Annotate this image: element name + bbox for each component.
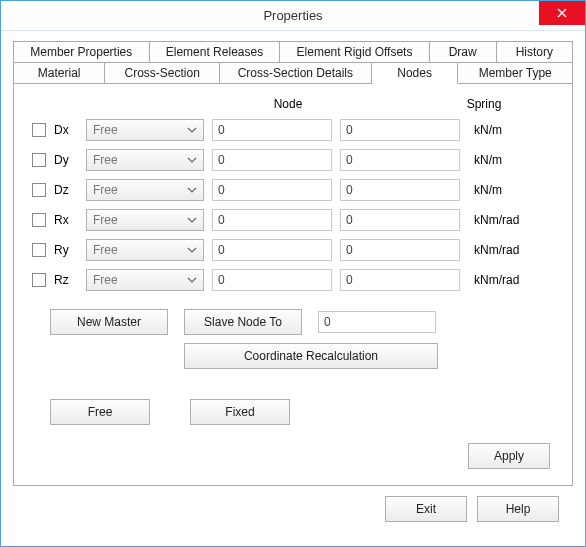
combo-value: Free xyxy=(93,213,118,227)
checkbox-ry[interactable] xyxy=(32,243,46,257)
tab-nodes[interactable]: Nodes xyxy=(372,62,459,84)
chevron-down-icon xyxy=(187,157,197,163)
coordinate-recalc-button[interactable]: Coordinate Recalculation xyxy=(184,343,438,369)
dof-label: Dz xyxy=(54,183,78,197)
node-input-rx[interactable] xyxy=(212,209,332,231)
node-input-rz[interactable] xyxy=(212,269,332,291)
combo-value: Free xyxy=(93,153,118,167)
nodes-panel: Node Spring DxFreekN/mDyFreekN/mDzFreekN… xyxy=(13,83,573,486)
checkbox-rz[interactable] xyxy=(32,273,46,287)
spring-input-rz[interactable] xyxy=(340,269,460,291)
tab-material[interactable]: Material xyxy=(13,62,105,84)
dof-label: Dx xyxy=(54,123,78,137)
titlebar: Properties xyxy=(1,1,585,31)
tab-element-releases[interactable]: Element Releases xyxy=(150,41,281,62)
exit-button[interactable]: Exit xyxy=(385,496,467,522)
node-input-dz[interactable] xyxy=(212,179,332,201)
node-input-ry[interactable] xyxy=(212,239,332,261)
close-icon xyxy=(557,8,567,18)
dof-label: Rz xyxy=(54,273,78,287)
slave-node-input[interactable] xyxy=(318,311,436,333)
free-fixed-row: Free Fixed xyxy=(50,399,554,425)
checkbox-dz[interactable] xyxy=(32,183,46,197)
combo-value: Free xyxy=(93,123,118,137)
node-input-dx[interactable] xyxy=(212,119,332,141)
window-title: Properties xyxy=(1,8,585,23)
tab-cross-section[interactable]: Cross-Section xyxy=(105,62,220,84)
combo-value: Free xyxy=(93,243,118,257)
chevron-down-icon xyxy=(187,217,197,223)
dof-row-ry: RyFreekNm/rad xyxy=(32,239,554,261)
spring-input-ry[interactable] xyxy=(340,239,460,261)
header-node: Node xyxy=(228,97,348,111)
close-button[interactable] xyxy=(539,1,585,25)
apply-button[interactable]: Apply xyxy=(468,443,550,469)
spring-input-dy[interactable] xyxy=(340,149,460,171)
checkbox-rx[interactable] xyxy=(32,213,46,227)
dof-label: Rx xyxy=(54,213,78,227)
combo-value: Free xyxy=(93,273,118,287)
master-slave-block: New Master Slave Node To Coordinate Reca… xyxy=(50,309,554,369)
node-input-dy[interactable] xyxy=(212,149,332,171)
unit-label: kNm/rad xyxy=(474,213,532,227)
tabstrip: Member Properties Element Releases Eleme… xyxy=(13,41,573,84)
unit-label: kNm/rad xyxy=(474,243,532,257)
free-button[interactable]: Free xyxy=(50,399,150,425)
dof-row-rx: RxFreekNm/rad xyxy=(32,209,554,231)
tab-draw[interactable]: Draw xyxy=(430,41,497,62)
header-spring: Spring xyxy=(424,97,544,111)
tab-member-properties[interactable]: Member Properties xyxy=(13,41,150,62)
chevron-down-icon xyxy=(187,127,197,133)
dof-row-dx: DxFreekN/m xyxy=(32,119,554,141)
unit-label: kN/m xyxy=(474,183,532,197)
spring-input-rx[interactable] xyxy=(340,209,460,231)
checkbox-dx[interactable] xyxy=(32,123,46,137)
constraint-combo-rz[interactable]: Free xyxy=(86,269,204,291)
dof-label: Dy xyxy=(54,153,78,167)
spring-input-dx[interactable] xyxy=(340,119,460,141)
constraint-combo-dy[interactable]: Free xyxy=(86,149,204,171)
properties-window: Properties Member Properties Element Rel… xyxy=(0,0,586,547)
dialog-content: Member Properties Element Releases Eleme… xyxy=(1,31,585,546)
checkbox-dy[interactable] xyxy=(32,153,46,167)
column-headers: Node Spring xyxy=(228,97,554,111)
unit-label: kN/m xyxy=(474,153,532,167)
new-master-button[interactable]: New Master xyxy=(50,309,168,335)
constraint-combo-ry[interactable]: Free xyxy=(86,239,204,261)
constraint-combo-dx[interactable]: Free xyxy=(86,119,204,141)
help-button[interactable]: Help xyxy=(477,496,559,522)
unit-label: kNm/rad xyxy=(474,273,532,287)
dialog-footer: Exit Help xyxy=(13,486,573,534)
dof-row-rz: RzFreekNm/rad xyxy=(32,269,554,291)
chevron-down-icon xyxy=(187,277,197,283)
dof-label: Ry xyxy=(54,243,78,257)
chevron-down-icon xyxy=(187,187,197,193)
tab-member-type[interactable]: Member Type xyxy=(458,62,573,84)
slave-node-to-button[interactable]: Slave Node To xyxy=(184,309,302,335)
apply-row: Apply xyxy=(32,443,554,469)
constraint-combo-rx[interactable]: Free xyxy=(86,209,204,231)
constraint-combo-dz[interactable]: Free xyxy=(86,179,204,201)
dof-row-dz: DzFreekN/m xyxy=(32,179,554,201)
fixed-button[interactable]: Fixed xyxy=(190,399,290,425)
tab-element-rigid-offsets[interactable]: Element Rigid Offsets xyxy=(280,41,429,62)
tab-cross-section-details[interactable]: Cross-Section Details xyxy=(220,62,372,84)
dof-row-dy: DyFreekN/m xyxy=(32,149,554,171)
combo-value: Free xyxy=(93,183,118,197)
chevron-down-icon xyxy=(187,247,197,253)
tab-history[interactable]: History xyxy=(497,41,573,62)
spring-input-dz[interactable] xyxy=(340,179,460,201)
unit-label: kN/m xyxy=(474,123,532,137)
